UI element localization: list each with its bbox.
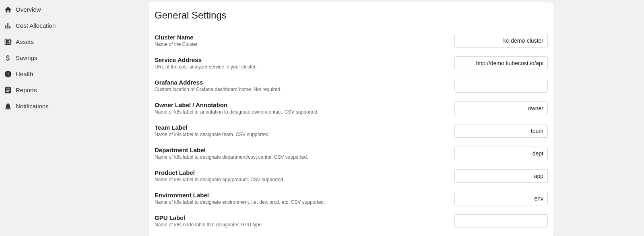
page-title: General Settings: [155, 10, 548, 21]
setting-title: Environment Label: [155, 192, 446, 199]
setting-desc: Name of the Cluster: [155, 41, 446, 47]
sidebar-item-label: Assets: [16, 34, 34, 50]
sidebar-item-label: Reports: [16, 82, 37, 98]
setting-title: Team Label: [155, 124, 446, 131]
alert-icon: [3, 69, 13, 79]
clipboard-icon: [3, 85, 13, 95]
setting-desc: Name of k8s label to designate environme…: [155, 199, 446, 205]
sidebar-item-label: Notifications: [16, 98, 49, 114]
setting-owner-label: Owner Label / Annotation Name of k8s lab…: [155, 101, 548, 115]
setting-desc: Name of k8s node label that designates G…: [155, 222, 446, 228]
developer-board-icon: [3, 37, 13, 47]
setting-service-address: Service Address URL of the cost-analyzer…: [155, 56, 548, 70]
setting-grafana-address: Grafana Address Custom location of Grafa…: [155, 79, 548, 93]
setting-title: Product Label: [155, 169, 446, 176]
sidebar: Overview Cost Allocation Assets Savings …: [0, 0, 149, 236]
gpu-label-input[interactable]: [454, 214, 548, 228]
sidebar-item-label: Overview: [16, 2, 41, 18]
setting-desc: URL of the cost-analyzer service in your…: [155, 64, 446, 70]
setting-title: Service Address: [155, 56, 446, 63]
setting-desc: Name of k8s label to designate app/produ…: [155, 177, 446, 182]
sidebar-item-notifications[interactable]: Notifications: [0, 98, 149, 114]
sidebar-item-health[interactable]: Health: [0, 66, 149, 82]
owner-label-input[interactable]: [454, 101, 548, 115]
setting-title: Grafana Address: [155, 79, 446, 86]
cluster-name-input[interactable]: [454, 34, 548, 48]
product-label-input[interactable]: [454, 169, 548, 183]
sidebar-item-reports[interactable]: Reports: [0, 82, 149, 98]
department-label-input[interactable]: [454, 147, 548, 160]
setting-desc: Custom location of Grafana dashboard hom…: [155, 87, 446, 92]
setting-gpu-label: GPU Label Name of k8s node label that de…: [155, 214, 548, 228]
sidebar-item-label: Health: [16, 66, 33, 82]
sidebar-item-overview[interactable]: Overview: [0, 2, 149, 18]
setting-title: Department Label: [155, 147, 446, 153]
sidebar-item-label: Savings: [16, 50, 37, 66]
settings-card: General Settings Cluster Name Name of th…: [149, 2, 553, 236]
setting-desc: Name of k8s label or annotation to desig…: [155, 109, 446, 115]
setting-department-label: Department Label Name of k8s label to de…: [155, 147, 548, 160]
setting-desc: Name of k8s label to designate team. CSV…: [155, 132, 446, 137]
setting-title: GPU Label: [155, 214, 446, 221]
team-label-input[interactable]: [454, 124, 548, 138]
environment-label-input[interactable]: [454, 192, 548, 205]
bar-chart-icon: [3, 21, 13, 31]
grafana-address-input[interactable]: [454, 79, 548, 93]
sidebar-item-assets[interactable]: Assets: [0, 34, 149, 50]
sidebar-item-savings[interactable]: Savings: [0, 50, 149, 66]
sidebar-item-cost-allocation[interactable]: Cost Allocation: [0, 18, 149, 34]
setting-title: Cluster Name: [155, 34, 446, 41]
dollar-icon: [3, 53, 13, 63]
bell-icon: [3, 101, 13, 111]
service-address-input[interactable]: [454, 56, 548, 70]
home-icon: [3, 5, 13, 14]
setting-team-label: Team Label Name of k8s label to designat…: [155, 124, 548, 138]
setting-product-label: Product Label Name of k8s label to desig…: [155, 169, 548, 183]
setting-title: Owner Label / Annotation: [155, 101, 446, 108]
sidebar-item-label: Cost Allocation: [16, 18, 56, 34]
setting-cluster-name: Cluster Name Name of the Cluster: [155, 34, 548, 48]
setting-desc: Name of k8s label to designate departmen…: [155, 154, 446, 160]
setting-environment-label: Environment Label Name of k8s label to d…: [155, 192, 548, 205]
